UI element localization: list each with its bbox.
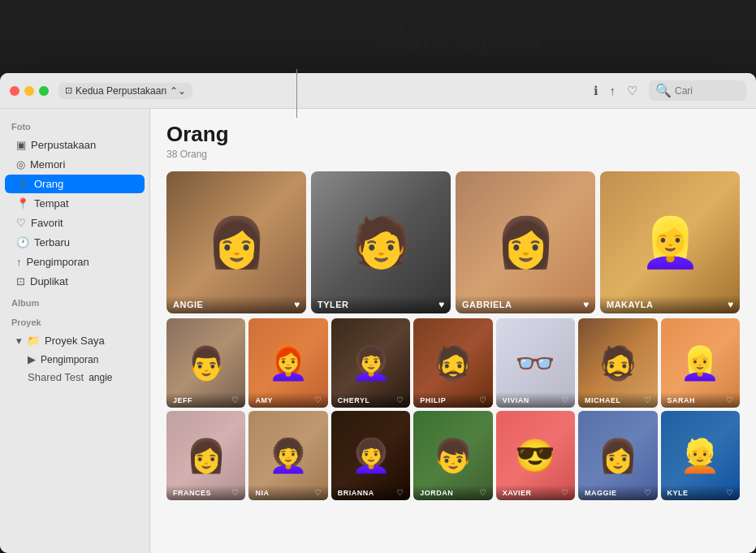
person-card-jeff[interactable]: 👨 Jeff ♡ <box>166 318 245 408</box>
tooltip-line1: Klik dua kali wajah untuk <box>375 17 543 37</box>
face-portrait-angie: 👩 <box>166 171 306 313</box>
sidebar-item-label: Tempat <box>34 197 69 210</box>
person-card-nia[interactable]: 👩‍🦱 Nia ♡ <box>248 411 327 500</box>
sidebar-item-library[interactable]: ▣ Perpustakaan <box>5 136 145 154</box>
person-card-label-vivian: Vivian ♡ <box>496 392 575 408</box>
person-card-tyler[interactable]: 🧑 TYLER ♥ <box>311 171 451 313</box>
person-card-vivian[interactable]: 👓 Vivian ♡ <box>496 318 575 408</box>
sidebar-item-import-sub[interactable]: ▶ Pengimporan <box>5 351 145 368</box>
person-card-michael[interactable]: 🧔 Michael ♡ <box>578 318 657 408</box>
face-portrait-gabriela: 👩 <box>456 171 595 313</box>
person-name-gabriela: GABRIELA <box>462 300 512 309</box>
person-card-brianna[interactable]: 👩‍🦱 Brianna ♡ <box>331 411 410 500</box>
close-button[interactable] <box>10 86 19 96</box>
person-card-gabriela[interactable]: 👩 GABRIELA ♥ <box>456 171 595 313</box>
heart-icon-amy[interactable]: ♡ <box>314 395 322 404</box>
person-card-label-nia: Nia ♡ <box>248 485 327 500</box>
people-row-large: 👩 ANGIE ♥ 🧑 TYLER ♥ 👩 GABRIELA ♥ 👱‍♀️ MA… <box>166 171 740 313</box>
share-icon[interactable]: ↑ <box>610 84 616 97</box>
person-name-makayla: MAKAYLA <box>607 300 654 309</box>
sidebar-item-duplicate[interactable]: ⊡ Duplikat <box>5 272 145 291</box>
library-selector[interactable]: ⊡ Kedua Perpustakaan ⌃⌄ <box>58 83 192 99</box>
heart-icon-vivian[interactable]: ♡ <box>561 395 568 404</box>
search-input[interactable] <box>675 85 740 97</box>
heart-icon[interactable]: ♡ <box>627 84 637 98</box>
search-bar[interactable]: 🔍 <box>649 80 746 101</box>
person-card-label-jeff: Jeff ♡ <box>166 392 245 408</box>
person-card-label-sarah: Sarah ♡ <box>661 392 740 408</box>
duplicate-nav-icon: ⊡ <box>16 275 25 287</box>
app-window: ⊡ Kedua Perpustakaan ⌃⌄ ℹ ↑ ♡ 🔍 Foto ▣ P… <box>0 73 756 553</box>
heart-icon-jeff[interactable]: ♡ <box>231 395 239 404</box>
heart-icon-kyle[interactable]: ♡ <box>726 488 733 497</box>
minimize-button[interactable] <box>24 86 34 96</box>
person-card-label-maggie: Maggie ♡ <box>578 485 657 500</box>
heart-icon-frances[interactable]: ♡ <box>231 488 239 497</box>
heart-filled-icon-angie[interactable]: ♥ <box>294 299 300 310</box>
sidebar-item-memories[interactable]: ◎ Memori <box>5 155 145 174</box>
person-card-jordan[interactable]: 👦 Jordan ♡ <box>413 411 492 500</box>
person-card-label-philip: Philip ♡ <box>413 392 492 408</box>
person-card-kyle[interactable]: 👱 Kyle ♡ <box>661 411 740 500</box>
sidebar: Foto ▣ Perpustakaan ◎ Memori 👤 Orang 📍 T… <box>0 109 150 553</box>
heart-icon-jordan[interactable]: ♡ <box>479 488 486 497</box>
person-card-label-tyler: TYLER ♥ <box>311 296 451 313</box>
page-subtitle: 38 Orang <box>166 149 740 160</box>
person-card-sarah[interactable]: 👱‍♀️ Sarah ♡ <box>661 318 740 408</box>
places-nav-icon: 📍 <box>16 197 29 210</box>
heart-icon-sarah[interactable]: ♡ <box>726 395 733 404</box>
memories-nav-icon: ◎ <box>16 158 25 171</box>
sidebar-item-label: Memori <box>30 158 65 171</box>
sidebar-item-import[interactable]: ↑ Pengimporan <box>5 253 145 271</box>
person-card-label-kyle: Kyle ♡ <box>661 485 740 500</box>
sidebar-item-label: Favorit <box>31 217 63 229</box>
person-name-brianna: Brianna <box>338 489 374 497</box>
person-card-label-angie: ANGIE ♥ <box>166 296 306 313</box>
heart-filled-icon-gabriela[interactable]: ♥ <box>583 299 589 310</box>
person-card-frances[interactable]: 👩 Frances ♡ <box>166 411 245 500</box>
heart-icon-maggie[interactable]: ♡ <box>644 488 651 497</box>
sidebar-item-label: Duplikat <box>30 275 68 287</box>
person-card-makayla[interactable]: 👱‍♀️ MAKAYLA ♥ <box>600 171 740 313</box>
person-card-cheryl[interactable]: 👩‍🦱 Cheryl ♡ <box>331 318 410 408</box>
people-nav-icon: 👤 <box>16 178 29 190</box>
person-card-maggie[interactable]: 👩 Maggie ♡ <box>578 411 657 500</box>
sidebar-section-project: Proyek <box>0 311 149 331</box>
tooltip-line2: melihat foto orang tersebut. <box>375 37 543 56</box>
person-name-xavier: Xavier <box>503 489 532 497</box>
import-nav-icon: ↑ <box>16 256 22 268</box>
heart-icon-nia[interactable]: ♡ <box>314 488 322 497</box>
face-portrait-tyler: 🧑 <box>311 171 451 313</box>
person-name-amy: Amy <box>255 396 273 404</box>
heart-icon-michael[interactable]: ♡ <box>644 395 651 404</box>
person-card-label-frances: Frances ♡ <box>166 485 245 500</box>
person-name-frances: Frances <box>173 489 211 497</box>
maximize-button[interactable] <box>39 86 49 96</box>
person-card-philip[interactable]: 🧔 Philip ♡ <box>413 318 492 408</box>
heart-icon-xavier[interactable]: ♡ <box>561 488 568 497</box>
sidebar-item-favorites[interactable]: ♡ Favorit <box>5 214 145 232</box>
sidebar-item-people[interactable]: 👤 Orang <box>5 175 145 193</box>
library-label: Kedua Perpustakaan <box>76 85 166 97</box>
sidebar-sub-item-label: Pengimporan <box>41 354 98 365</box>
person-card-angie[interactable]: 👩 ANGIE ♥ <box>166 171 306 313</box>
sidebar-section-foto: Foto <box>0 115 149 135</box>
heart-filled-icon-tyler[interactable]: ♥ <box>438 299 444 310</box>
heart-icon-cheryl[interactable]: ♡ <box>396 395 404 404</box>
heart-icon-brianna[interactable]: ♡ <box>396 488 404 497</box>
person-card-label-makayla: MAKAYLA ♥ <box>600 296 740 313</box>
sidebar-item-my-project[interactable]: ▾ 📁 Proyek Saya <box>5 331 145 350</box>
traffic-lights <box>10 86 49 96</box>
sidebar-item-places[interactable]: 📍 Tempat <box>5 194 145 213</box>
heart-filled-icon-makayla[interactable]: ♥ <box>728 299 733 310</box>
person-card-xavier[interactable]: 😎 Xavier ♡ <box>496 411 575 500</box>
heart-icon-philip[interactable]: ♡ <box>479 395 486 404</box>
info-icon[interactable]: ℹ <box>594 84 598 98</box>
sidebar-item-shared-test[interactable]: Shared Test angie <box>5 369 145 386</box>
sidebar-item-recent[interactable]: 🕐 Terbaru <box>5 233 145 252</box>
sidebar-item-label: Perpustakaan <box>31 139 96 151</box>
sidebar-item-label: Orang <box>34 178 63 190</box>
person-card-amy[interactable]: 👩‍🦰 Amy ♡ <box>248 318 327 408</box>
tooltip-annotation: Klik dua kali wajah untuk melihat foto o… <box>162 0 756 73</box>
sidebar-item-label: Proyek Saya <box>45 335 105 347</box>
